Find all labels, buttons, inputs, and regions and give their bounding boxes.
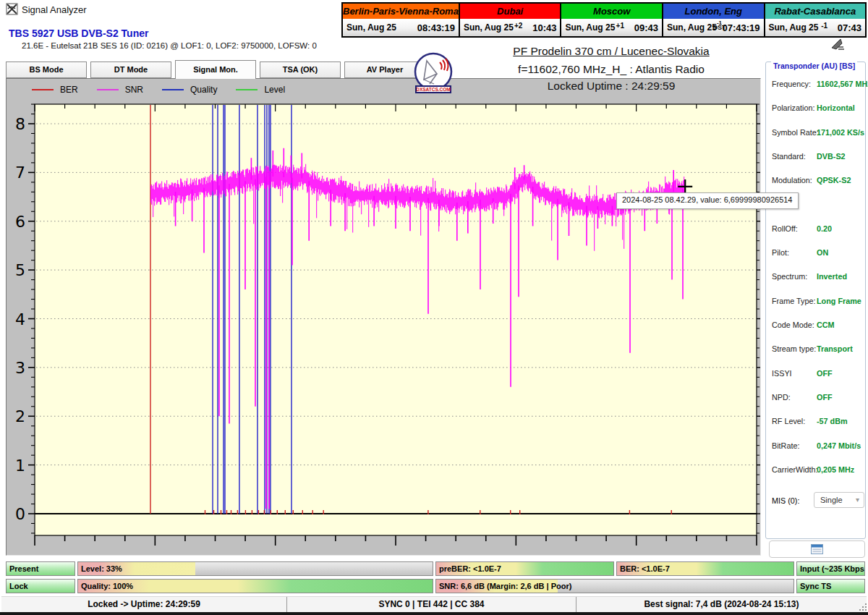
transponder-row-code-mode-: Code Mode: CCM [772,321,862,331]
bottom-edge [0,612,868,615]
clock-1: Dubai Sun, Aug 25+2 10:43 [460,4,562,36]
transponder-row-spectrum-: Spectrum: Inverted [772,272,862,282]
status-lock: Lock [6,579,75,593]
tuner-name: TBS 5927 USB DVB-S2 Tuner [9,27,148,39]
dxsatcs-logo: DXSATCS.COM [412,52,454,97]
transponder-row-symbol-rate-: Symbol Rate: 171,002 KS/s [772,128,862,138]
status-preber: preBER: <1.0E-7 [435,561,614,576]
row-value: OFF [817,393,833,402]
row-label: Frame Type: [772,297,815,305]
tab-tsa-ok-[interactable]: TSA (OK) [260,62,341,78]
clock-date: Sun, Aug 25 [346,22,396,33]
legend-swatch [236,89,258,90]
chart-tooltip: 2024-08-25 08.42.29, value: 6,6999998092… [616,192,799,209]
row-value: 171,002 KS/s [817,128,864,137]
svg-text:8: 8 [15,115,25,133]
row-value: OFF [817,369,833,378]
statusbar-section-0: Locked -> Uptime: 24:29:59 [1,597,286,612]
row-value: Inverted [817,272,847,281]
status-label: Level: 33% [81,562,122,575]
svg-text:DXSATCS.COM: DXSATCS.COM [416,87,451,92]
transponder-row-bitrate-: BitRate: 0,247 Mbit/s [772,441,862,451]
clock-date: Sun, Aug 25 [667,22,717,33]
legend-label: Quality [190,85,217,95]
frequency-title: f=11602,760 MHz_H_ : Atlantis Radio [409,63,814,76]
mis-selected-value: Single [820,496,843,504]
row-value: 0,247 Mbit/s [817,441,861,450]
clock-2: Moscow Sun, Aug 25+1 09:43 [561,4,663,36]
row-value: Transport [817,344,853,353]
transponder-row-polarization-: Polarization: Horizontal [772,103,862,114]
status-label: Sync TS [800,580,831,593]
row-value: Horizontal [817,103,855,112]
row-label: NPD: [772,393,791,402]
transponder-row-stream-type-: Stream type: Transport [772,344,862,355]
status-label: BER: <1.0E-7 [620,562,670,575]
row-label: Code Mode: [772,321,814,329]
clock-city: Moscow [561,4,662,19]
transponder-row-rf-level-: RF Level: -57 dBm [772,417,862,427]
statusbar-section-1: SYNC 0 | TEI 442 | CC 384 [286,597,576,612]
resize-grip[interactable] [858,602,867,611]
snr-plot-canvas[interactable]: 012345678 [7,79,760,555]
status-bar: Locked -> Uptime: 24:29:59SYNC 0 | TEI 4… [1,596,867,612]
clock-city: London, Eng [663,4,764,19]
clock-time: 10:43 [532,22,556,33]
clock-city: Berlin-Paris-Vienna-Roma [343,4,459,19]
status-label: Lock [9,580,28,593]
legend-swatch [162,89,184,90]
legend-label: BER [60,85,78,95]
row-label: RollOff: [772,224,798,233]
window-icon [811,544,823,554]
status-label: Quality: 100% [81,580,133,593]
clock-city: Rabat-Casablanca [765,4,866,19]
svg-text:6: 6 [15,213,25,231]
chart-legend: BERSNRQualityLevel [32,85,285,95]
transponder-panel: Transponder (AU) [BS] Frequency: 11602,5… [765,62,866,539]
locked-uptime-title: Locked Uptime : 24:29:59 [409,80,814,93]
tab-bs-mode[interactable]: BS Mode [6,62,87,78]
status-snr: SNR: 6,6 dB (Margin: 2,6 dB | Poor) [435,579,794,593]
row-value: -57 dBm [817,417,848,425]
status-sync-ts: Sync TS [796,579,865,593]
mis-dropdown[interactable]: Single ▾ [814,492,864,508]
row-value: QPSK-S2 [817,176,851,184]
constellation-window-button[interactable] [769,540,865,558]
status-input-235-kbps-: Input (~235 Kbps) [796,561,865,576]
legend-swatch [32,89,54,90]
transponder-row-modulation-: Modulation: QPSK-S2 [772,176,862,186]
row-label: Polarization: [772,103,814,112]
transponder-row-npd-: NPD: OFF [772,393,862,403]
legend-item-quality: Quality [162,85,217,95]
row-label: Symbol Rate: [772,128,819,137]
legend-item-snr: SNR [97,85,143,95]
tuner-details: 21.6E - Eutelsat 21B SES 16 (ID: 0216) @… [22,41,317,50]
mis-label: MIS (0): [772,496,799,505]
clock-time: 07:43 [838,22,861,33]
row-value: Long Frame [817,297,861,305]
transponder-row-rolloff-: RollOff: 0.20 [772,224,862,234]
svg-text:7: 7 [15,164,25,182]
row-label: BitRate: [772,441,799,450]
row-label: Standard: [772,152,806,161]
transponder-row-carrierwidth-: CarrierWidth: 0,205 MHz [772,465,862,475]
chevron-down-icon: ▾ [856,493,859,507]
tab-signal-mon-[interactable]: Signal Mon. [175,60,256,79]
clock-time: 09:43 [634,22,658,33]
status-label: Present [9,562,38,575]
legend-swatch [97,89,119,90]
transponder-row-standard-: Standard: DVB-S2 [772,152,862,162]
row-value: CCM [817,321,835,329]
app-icon [6,3,18,18]
row-value: 0.20 [817,224,832,233]
row-label: ISSYI [772,369,792,378]
tab-dt-mode[interactable]: DT Mode [90,62,171,78]
clock-city: Dubai [460,4,561,19]
row-label: Spectrum: [772,272,807,281]
dish-location-title: PF Prodelin 370 cm / Lucenec-Slovakia [409,45,814,58]
statusbar-section-2: Best signal: 7,4 dB (2024-08-24 15:13) [576,597,867,612]
legend-label: Level [264,85,285,95]
status-label: SNR: 6,6 dB (Margin: 2,6 dB | Poor) [439,580,571,593]
signal-monitor-chart[interactable]: BERSNRQualityLevel 012345678 [6,78,761,556]
transponder-row-pilot-: Pilot: ON [772,248,862,258]
